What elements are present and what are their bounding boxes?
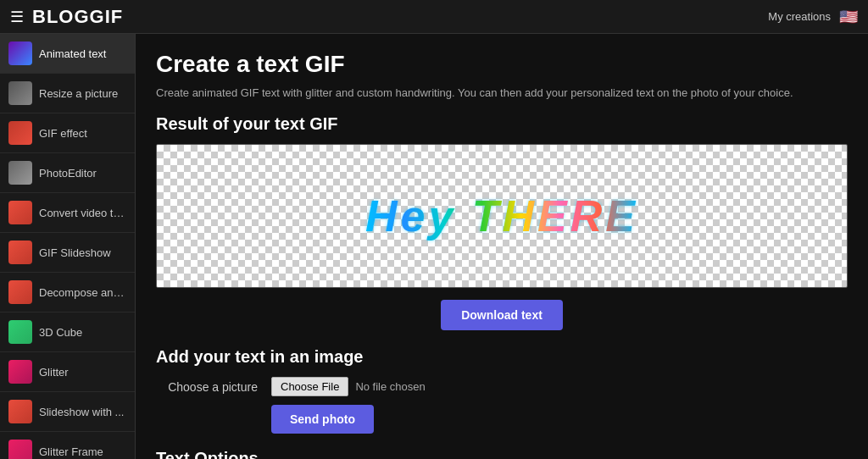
sidebar-item-label-3d-cube: 3D Cube [39,326,82,339]
page-description: Create animated GIF text with glitter an… [156,86,848,99]
sidebar-item-animated-text[interactable]: Animated text [0,34,135,74]
my-creations-link[interactable]: My creations [768,10,831,23]
choose-picture-label: Choose a picture [156,380,258,394]
result-section-title: Result of your text GIF [156,114,848,134]
file-input-wrapper: Choose File No file chosen [271,377,426,396]
no-file-chosen-label: No file chosen [355,380,425,393]
header: ☰ BLOGGIF My creations 🇺🇸 [0,0,868,34]
slideshow-icon [8,400,32,423]
layout: Animated textResize a pictureGIF effectP… [0,34,868,459]
sidebar-item-convert-video[interactable]: Convert video to ... [0,193,135,233]
sidebar-item-photo-editor[interactable]: PhotoEditor [0,153,135,193]
header-right: My creations 🇺🇸 [768,8,858,26]
sidebar-item-label-photo-editor: PhotoEditor [39,167,97,180]
language-flag[interactable]: 🇺🇸 [839,8,858,26]
sidebar-item-resize-picture[interactable]: Resize a picture [0,74,135,113]
sidebar-item-glitter[interactable]: Glitter [0,352,135,392]
send-photo-button[interactable]: Send photo [271,405,374,434]
3d-cube-icon [8,320,32,344]
gif-text-display: Hey THERE [365,191,638,241]
glitter-icon [8,360,32,384]
gif-effect-icon [8,121,32,145]
main-content: Create a text GIF Create animated GIF te… [136,34,868,459]
logo: BLOGGIF [32,6,123,28]
add-image-section-title: Add your text in an image [156,347,848,367]
sidebar-item-label-glitter-frame: Glitter Frame [39,445,103,458]
sidebar-item-3d-cube[interactable]: 3D Cube [0,312,135,352]
sidebar-item-label-resize-picture: Resize a picture [39,87,118,100]
sidebar-item-label-gif-slideshow: GIF Slideshow [39,246,111,259]
text-options-section: Text Options Your text [156,449,848,459]
sidebar-item-decompose[interactable]: Decompose an a... [0,273,135,312]
sidebar-item-gif-slideshow[interactable]: GIF Slideshow [0,233,135,273]
convert-video-icon [8,201,32,224]
sidebar-item-slideshow[interactable]: Slideshow with ... [0,392,135,432]
gif-preview: Hey THERE [156,144,848,288]
hamburger-menu[interactable]: ☰ [10,8,24,26]
sidebar: Animated textResize a pictureGIF effectP… [0,34,136,459]
photo-editor-icon [8,161,32,185]
sidebar-item-glitter-frame[interactable]: Glitter Frame [0,432,135,459]
choose-file-button[interactable]: Choose File [271,377,348,396]
download-text-button[interactable]: Download text [441,300,563,330]
sidebar-item-label-decompose: Decompose an a... [39,286,126,299]
text-options-title: Text Options [156,449,848,459]
resize-picture-icon [8,81,32,105]
sidebar-item-label-convert-video: Convert video to ... [39,207,126,219]
animated-text-icon [8,41,32,65]
add-image-section: Add your text in an image Choose a pictu… [156,347,848,434]
gif-slideshow-icon [8,241,32,264]
sidebar-item-label-slideshow: Slideshow with ... [39,406,124,418]
sidebar-item-label-glitter: Glitter [39,366,69,379]
decompose-icon [8,280,32,304]
choose-picture-row: Choose a picture Choose File No file cho… [156,377,848,396]
sidebar-item-label-gif-effect: GIF effect [39,127,87,140]
sidebar-item-label-animated-text: Animated text [39,47,107,60]
glitter-frame-icon [8,440,32,459]
page-title: Create a text GIF [156,51,848,78]
sidebar-item-gif-effect[interactable]: GIF effect [0,113,135,153]
